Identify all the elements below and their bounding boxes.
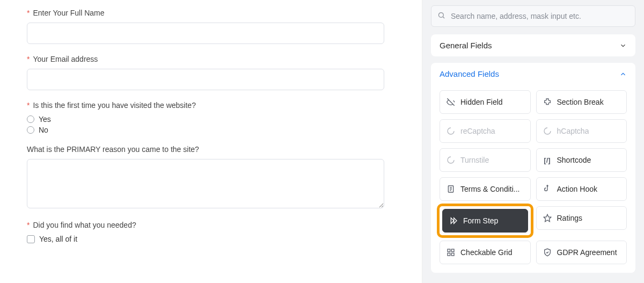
- email-input[interactable]: [27, 69, 384, 90]
- field-tile-ratings[interactable]: Ratings: [536, 206, 627, 230]
- tile-label: Shortcode: [557, 156, 591, 164]
- section-title: General Fields: [440, 41, 492, 50]
- grid-icon: [447, 248, 455, 257]
- star-icon: [543, 214, 552, 222]
- document-icon: [447, 185, 455, 193]
- advanced-field-grid: Hidden Field Section Break reCaptcha: [440, 90, 627, 264]
- form-canvas: * Enter Your Full Name * Your Email addr…: [0, 0, 422, 283]
- svg-marker-10: [544, 214, 551, 221]
- puzzle-icon: [543, 98, 552, 106]
- form-field-email: * Your Email address: [27, 55, 395, 90]
- field-tile-form-step[interactable]: Form Step: [442, 209, 528, 233]
- tile-label: Ratings: [557, 214, 582, 222]
- label-text: Is this the first time you have visited …: [33, 101, 195, 110]
- tile-label: Turnstile: [460, 156, 489, 164]
- chevron-down-icon: [619, 42, 627, 49]
- eye-off-icon: [447, 98, 455, 106]
- section-general-fields: General Fields: [431, 34, 635, 56]
- radio-option-no[interactable]: No: [27, 126, 395, 134]
- spinner-icon: [447, 156, 455, 164]
- tile-label: GDPR Agreement: [557, 248, 617, 257]
- field-label: * Enter Your Full Name: [27, 9, 395, 17]
- tile-label: hCaptcha: [557, 127, 589, 135]
- field-tile-hidden-field[interactable]: Hidden Field: [440, 90, 531, 114]
- radio-label: Yes: [39, 115, 51, 124]
- field-tile-shortcode[interactable]: [/] Shortcode: [536, 148, 627, 172]
- chevron-up-icon: [619, 70, 627, 78]
- tile-label: Hidden Field: [460, 98, 503, 106]
- radio-option-yes[interactable]: Yes: [27, 115, 395, 124]
- svg-rect-14: [451, 253, 454, 256]
- label-text: Enter Your Full Name: [33, 9, 104, 17]
- spinner-icon: [447, 127, 455, 135]
- hook-icon: [543, 185, 552, 193]
- field-tile-section-break[interactable]: Section Break: [536, 90, 627, 114]
- form-field-name: * Enter Your Full Name: [27, 9, 395, 44]
- spinner-icon: [543, 127, 552, 135]
- svg-rect-12: [451, 249, 454, 252]
- shortcode-icon: [/]: [543, 156, 552, 164]
- form-field-first-visit: * Is this the first time you have visite…: [27, 101, 395, 134]
- highlighted-tile-wrap: Form Step: [437, 204, 533, 238]
- field-label: * Did you find what you needed?: [27, 221, 395, 229]
- general-fields-header[interactable]: General Fields: [431, 34, 635, 56]
- field-tile-turnstile: Turnstile: [440, 148, 531, 172]
- tile-label: Action Hook: [557, 185, 597, 193]
- field-tile-recaptcha: reCaptcha: [440, 119, 531, 143]
- field-tile-terms-conditions[interactable]: Terms & Conditi...: [440, 177, 531, 201]
- tile-label: Checkable Grid: [460, 248, 513, 257]
- form-field-primary-reason: What is the PRIMARY reason you came to t…: [27, 145, 395, 210]
- tile-label: Form Step: [463, 216, 498, 225]
- section-title: Advanced Fields: [440, 69, 499, 78]
- field-palette-sidebar: General Fields Advanced Fields Hidden Fi…: [422, 0, 644, 283]
- field-label: * Is this the first time you have visite…: [27, 101, 395, 110]
- field-label: What is the PRIMARY reason you came to t…: [27, 145, 395, 154]
- advanced-fields-body: Hidden Field Section Break reCaptcha: [431, 85, 635, 273]
- name-input[interactable]: [27, 23, 384, 44]
- field-label: * Your Email address: [27, 55, 395, 63]
- shield-icon: [543, 248, 552, 257]
- form-field-found-needed: * Did you find what you needed? Yes, all…: [27, 221, 395, 243]
- label-text: What is the PRIMARY reason you came to t…: [27, 145, 199, 154]
- field-tile-checkable-grid[interactable]: Checkable Grid: [440, 241, 531, 264]
- radio-label: No: [39, 126, 48, 134]
- svg-rect-13: [448, 253, 450, 256]
- tile-label: Terms & Conditi...: [460, 185, 519, 193]
- skip-icon: [449, 216, 458, 225]
- required-asterisk: *: [27, 9, 30, 17]
- svg-rect-11: [448, 249, 450, 252]
- checkbox-label: Yes, all of it: [39, 235, 77, 243]
- field-tile-action-hook[interactable]: Action Hook: [536, 177, 627, 201]
- field-tile-hcaptcha: hCaptcha: [536, 119, 627, 143]
- label-text: Did you find what you needed?: [33, 221, 136, 229]
- section-advanced-fields: Advanced Fields Hidden Field Section Bre…: [431, 63, 635, 273]
- tile-label: Section Break: [557, 98, 604, 106]
- search-field-wrap: [431, 5, 635, 27]
- label-text: Your Email address: [33, 55, 98, 63]
- required-asterisk: *: [27, 55, 30, 63]
- required-asterisk: *: [27, 221, 30, 229]
- svg-marker-8: [451, 218, 453, 224]
- radio-icon: [27, 126, 34, 134]
- primary-reason-textarea[interactable]: [27, 159, 384, 208]
- tile-label: reCaptcha: [460, 127, 495, 135]
- field-tile-gdpr-agreement[interactable]: GDPR Agreement: [536, 241, 627, 264]
- search-input[interactable]: [431, 5, 635, 27]
- required-asterisk: *: [27, 101, 30, 110]
- checkbox-icon: [27, 235, 35, 243]
- advanced-fields-header[interactable]: Advanced Fields: [431, 63, 635, 85]
- checkbox-option-yes-all[interactable]: Yes, all of it: [27, 235, 395, 243]
- radio-icon: [27, 115, 34, 123]
